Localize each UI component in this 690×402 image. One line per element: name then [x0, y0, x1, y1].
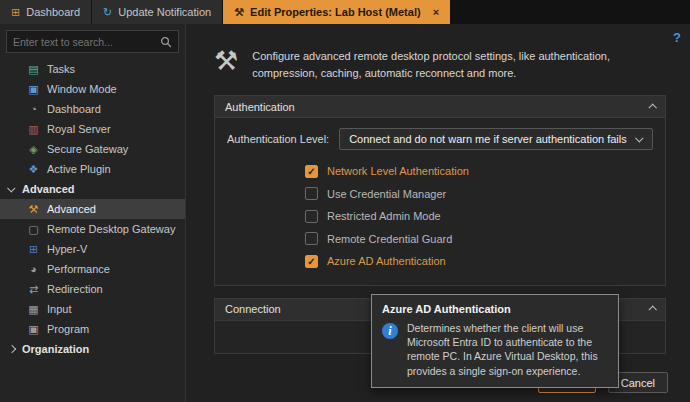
dashboard-tab-icon: ⊞ [11, 7, 20, 18]
edit-properties-icon: ⚒ [234, 7, 244, 18]
authentication-level-label: Authentication Level: [227, 133, 329, 145]
sidebar-item-label: Advanced [47, 203, 96, 215]
sidebar-group-label: Advanced [22, 183, 75, 195]
chevron-down-icon [635, 134, 643, 142]
checkbox-row-network-level-authentication[interactable]: ✓Network Level Authentication [305, 160, 653, 183]
tab-label: Update Notification [118, 6, 211, 18]
sidebar-item-label: Royal Server [47, 123, 111, 135]
sidebar-item-performance[interactable]: ◕Performance [0, 259, 185, 279]
sidebar-group-advanced[interactable]: Advanced [0, 179, 185, 199]
hyper-v-icon: ⊞ [27, 244, 40, 255]
sidebar-item-label: Secure Gateway [47, 143, 128, 155]
sidebar-item-label: Program [47, 323, 89, 335]
sidebar-item-remote-desktop-gateway[interactable]: ▢Remote Desktop Gateway [0, 219, 185, 239]
checkbox-label: Remote Credential Guard [327, 233, 452, 245]
checkbox-label: Azure AD Authentication [327, 255, 446, 267]
sidebar-item-dashboard[interactable]: ◔Dashboard [0, 99, 185, 119]
sidebar-group-organization[interactable]: Organization [0, 339, 185, 359]
sidebar-item-input[interactable]: ▦Input [0, 299, 185, 319]
checkbox[interactable] [305, 187, 318, 200]
sidebar-item-active-plugin[interactable]: ❖Active Plugin [0, 159, 185, 179]
tooltip-title: Azure AD Authentication [382, 303, 608, 315]
search-box[interactable] [6, 30, 179, 53]
checkbox-row-use-credential-manager[interactable]: Use Credential Manager [305, 183, 653, 206]
section-description: ⚒ Configure advanced remote desktop prot… [186, 24, 690, 85]
sidebar-item-royal-server[interactable]: ▥Royal Server [0, 119, 185, 139]
dashboard-icon: ◔ [27, 104, 40, 115]
sidebar-item-label: Input [47, 303, 71, 315]
search-input[interactable] [13, 36, 160, 48]
checkbox-row-remote-credential-guard[interactable]: Remote Credential Guard [305, 228, 653, 251]
sidebar-item-label: Remote Desktop Gateway [47, 223, 175, 235]
window-mode-icon: ▣ [27, 84, 40, 95]
sidebar-list: ▤Tasks▣Window Mode◔Dashboard▥Royal Serve… [0, 59, 185, 359]
remote-desktop-gateway-icon: ▢ [27, 224, 40, 235]
sidebar-item-label: Redirection [47, 283, 103, 295]
update-notification-icon: ↻ [103, 7, 112, 18]
checkbox[interactable]: ✓ [305, 255, 318, 268]
authentication-section-header[interactable]: Authentication [215, 96, 665, 118]
tab-update-notification[interactable]: ↻Update Notification [92, 0, 222, 24]
sidebar-item-hyper-v[interactable]: ⊞Hyper-V [0, 239, 185, 259]
sidebar-item-secure-gateway[interactable]: ◈Secure Gateway [0, 139, 185, 159]
azure-ad-tooltip: Azure AD Authentication i Determines whe… [371, 294, 619, 388]
properties-panel: ? ⚒ Configure advanced remote desktop pr… [186, 24, 690, 402]
sidebar-item-label: Hyper-V [47, 243, 87, 255]
chevron-down-icon [7, 184, 15, 192]
tasks-icon: ▤ [27, 64, 40, 75]
description-text: Configure advanced remote desktop protoc… [252, 48, 672, 81]
checkbox-label: Restricted Admin Mode [327, 210, 441, 222]
secure-gateway-icon: ◈ [27, 144, 40, 155]
search-icon [160, 36, 172, 48]
checkbox-label: Network Level Authentication [327, 165, 469, 177]
app-window: ▤Tasks▣Window Mode◔Dashboard▥Royal Serve… [0, 24, 690, 402]
chevron-up-icon [648, 305, 656, 313]
checkbox-label: Use Credential Manager [327, 188, 446, 200]
chevron-up-icon [648, 103, 656, 111]
program-icon: ▣ [27, 324, 40, 335]
authentication-section: Authentication Authentication Level: Con… [214, 95, 666, 286]
sidebar-item-advanced[interactable]: ⚒Advanced [0, 199, 185, 219]
royal-server-icon: ▥ [27, 124, 40, 135]
checkbox-list: ✓Network Level AuthenticationUse Credent… [227, 160, 653, 273]
sidebar-item-label: Dashboard [47, 103, 101, 115]
tab-label: Dashboard [26, 6, 80, 18]
chevron-right-icon [8, 345, 16, 353]
checkbox[interactable] [305, 210, 318, 223]
tab-dashboard[interactable]: ⊞Dashboard [0, 0, 91, 24]
selected-option: Connect and do not warn me if server aut… [349, 133, 627, 145]
sidebar-item-redirection[interactable]: ⇄Redirection [0, 279, 185, 299]
checkbox[interactable] [305, 232, 318, 245]
sidebar: ▤Tasks▣Window Mode◔Dashboard▥Royal Serve… [0, 24, 186, 402]
tools-icon: ⚒ [214, 48, 238, 75]
performance-icon: ◕ [27, 264, 40, 275]
sidebar-item-tasks[interactable]: ▤Tasks [0, 59, 185, 79]
checkbox-row-azure-ad-authentication[interactable]: ✓Azure AD Authentication [305, 250, 653, 273]
authentication-level-select[interactable]: Connect and do not warn me if server aut… [339, 128, 653, 150]
sidebar-item-label: Performance [47, 263, 110, 275]
checkbox-row-restricted-admin-mode[interactable]: Restricted Admin Mode [305, 205, 653, 228]
sidebar-item-program[interactable]: ▣Program [0, 319, 185, 339]
sidebar-item-label: Window Mode [47, 83, 117, 95]
active-plugin-icon: ❖ [27, 164, 40, 175]
checkbox[interactable]: ✓ [305, 165, 318, 178]
help-icon[interactable]: ? [673, 30, 681, 45]
sidebar-group-label: Organization [22, 343, 89, 355]
tab-bar: ⊞Dashboard↻Update Notification⚒Edit Prop… [0, 0, 690, 24]
advanced-tools-icon: ⚒ [27, 204, 40, 215]
sidebar-item-label: Active Plugin [47, 163, 111, 175]
close-icon[interactable]: × [433, 6, 439, 18]
section-title: Authentication [225, 101, 295, 113]
sidebar-item-window-mode[interactable]: ▣Window Mode [0, 79, 185, 99]
tab-edit-properties-lab-host-metal[interactable]: ⚒Edit Properties: Lab Host (Metal)× [223, 0, 450, 24]
section-title: Connection [225, 303, 281, 315]
redirection-icon: ⇄ [27, 284, 40, 295]
input-icon: ▦ [27, 304, 40, 315]
tooltip-body: Determines whether the client will use M… [407, 321, 608, 378]
info-icon: i [382, 323, 398, 339]
sidebar-item-label: Tasks [47, 63, 75, 75]
tab-label: Edit Properties: Lab Host (Metal) [250, 6, 421, 18]
